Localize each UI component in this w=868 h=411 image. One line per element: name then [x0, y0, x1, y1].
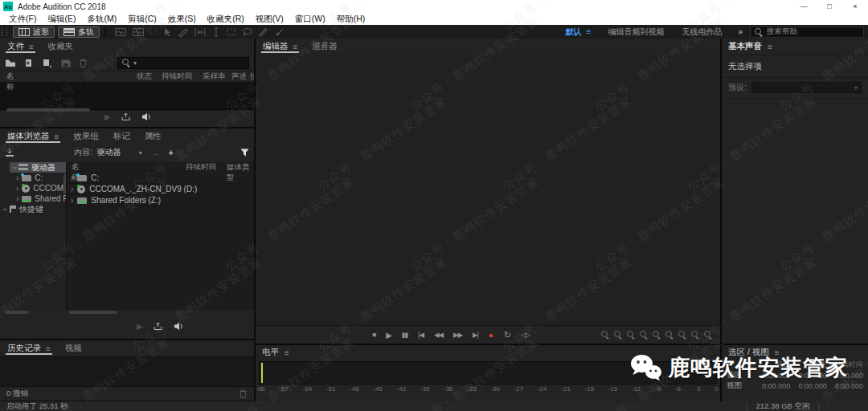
menu-edit[interactable]: 编辑(E) — [42, 14, 81, 25]
open-file-icon[interactable] — [5, 59, 16, 67]
view-end-value[interactable]: 0:00.000 — [790, 382, 826, 390]
menu-file[interactable]: 文件(F) — [3, 14, 42, 25]
spot-healing-brush-tool-icon[interactable] — [274, 27, 285, 37]
view-start-value[interactable]: 0:00.000 — [754, 382, 790, 390]
editor-canvas[interactable] — [256, 55, 720, 326]
expander-icon[interactable]: › — [10, 166, 18, 169]
panel-menu-icon[interactable]: ≡ — [775, 348, 780, 357]
fast-forward-button[interactable]: ▶▶ — [453, 331, 462, 339]
tree-item-drives[interactable]: › 驱动器 — [10, 162, 66, 173]
media-autoplay-icon[interactable] — [153, 322, 163, 331]
tab-favorites[interactable]: 收藏夹 — [41, 39, 81, 55]
menu-window[interactable]: 窗口(W) — [289, 14, 331, 25]
tab-properties[interactable]: 属性 — [137, 128, 169, 144]
menu-help[interactable]: 帮助(H) — [331, 14, 371, 25]
zoom-in-amplitude-button[interactable] — [601, 331, 609, 339]
pause-button[interactable]: ▮▮ — [402, 331, 407, 339]
media-speaker-icon[interactable] — [173, 322, 185, 331]
go-to-start-button[interactable]: |◀ — [418, 331, 424, 339]
panel-menu-icon[interactable]: ≡ — [29, 43, 34, 51]
loop-playback-button[interactable]: ↻ — [504, 330, 510, 340]
workspace-menu-icon[interactable]: ≡ — [587, 27, 592, 36]
tab-effects-rack[interactable]: 效果组 — [66, 128, 106, 144]
media-play-icon[interactable]: ▶ — [137, 322, 143, 331]
tab-files[interactable]: 文件 ≡ — [0, 39, 41, 55]
zoom-in-left-edge-button[interactable] — [665, 331, 674, 339]
list-item-z-drive[interactable]: › Shared Folders (Z:) — [67, 195, 254, 206]
razor-tool-icon[interactable] — [178, 27, 189, 37]
time-selection-tool-icon[interactable] — [211, 27, 221, 37]
expander-icon[interactable]: › — [1, 208, 9, 210]
menu-effects[interactable]: 效果(S) — [162, 14, 202, 25]
spectral-display-icon[interactable] — [114, 27, 127, 37]
close-button[interactable]: × — [842, 0, 868, 13]
record-button[interactable]: ● — [489, 331, 493, 340]
panel-menu-icon[interactable]: ≡ — [55, 132, 59, 141]
expander-icon[interactable]: › — [16, 174, 18, 182]
help-search-input[interactable]: 搜索帮助 — [750, 26, 864, 38]
tab-markers[interactable]: 标记 — [106, 128, 137, 144]
tab-history[interactable]: 历史记录 ≡ — [0, 340, 58, 356]
view-duration-value[interactable]: 0:00.000 — [827, 382, 863, 390]
expander-icon[interactable]: › — [16, 195, 18, 203]
selection-start-value[interactable]: 0:00.000 — [754, 372, 790, 380]
menu-favorites[interactable]: 收藏夹(R) — [202, 14, 250, 25]
waveform-view-button[interactable]: 波形 — [13, 26, 55, 38]
slip-tool-icon[interactable] — [194, 27, 207, 37]
zoom-in-time-button[interactable] — [627, 331, 635, 339]
col-bitdepth[interactable]: 位 — [250, 71, 254, 82]
menu-view[interactable]: 视图(V) — [250, 14, 289, 25]
level-meter[interactable] — [259, 361, 717, 385]
tab-mixer[interactable]: 混音器 — [305, 39, 345, 55]
back-icon[interactable]: ← — [152, 148, 161, 157]
files-search-input[interactable]: ▾ — [117, 57, 249, 69]
tree-item-z-drive[interactable]: › Shared Fo — [0, 193, 66, 204]
zoom-out-amplitude-button[interactable] — [614, 331, 622, 339]
files-h-scrollbar-thumb[interactable] — [6, 108, 90, 112]
workspace-overflow-icon[interactable]: » — [738, 27, 743, 36]
move-tool-icon[interactable] — [162, 27, 173, 37]
zoom-reset-button[interactable] — [653, 331, 661, 339]
expander-icon[interactable]: › — [71, 185, 73, 193]
col-channels[interactable]: 声道 — [231, 71, 247, 82]
add-shortcut-icon[interactable]: + — [169, 149, 174, 157]
paintbrush-selection-tool-icon[interactable] — [258, 27, 269, 37]
zoom-out-time-button[interactable] — [640, 331, 648, 339]
expander-icon[interactable]: › — [71, 197, 73, 205]
selection-end-value[interactable]: 0:00.000 — [790, 372, 826, 380]
col-media-type[interactable]: 媒体类型 — [227, 162, 254, 183]
col-duration[interactable]: 持续时间 — [162, 71, 192, 82]
col-samplerate[interactable]: 采样率 — [203, 71, 226, 82]
menu-clip[interactable]: 剪辑(C) — [122, 14, 162, 25]
tab-media-browser[interactable]: 媒体浏览器 ≡ — [0, 128, 66, 144]
files-speaker-icon[interactable] — [141, 112, 153, 121]
new-file-icon[interactable] — [42, 59, 53, 67]
tree-item-d-drive[interactable]: › CCCOMA — [0, 183, 66, 193]
media-tree-h-scrollbar-thumb[interactable] — [5, 311, 29, 314]
selection-duration-value[interactable]: 0:00.000 — [827, 372, 863, 380]
expander-icon[interactable]: › — [16, 185, 18, 193]
media-v-scrollbar-thumb[interactable] — [63, 173, 66, 194]
trash-icon[interactable] — [79, 59, 88, 67]
minimize-button[interactable]: — — [791, 0, 817, 13]
files-list[interactable] — [0, 82, 254, 110]
files-play-icon[interactable]: ▶ — [104, 112, 111, 121]
files-autoplay-icon[interactable] — [121, 112, 131, 121]
zoom-full-button[interactable] — [704, 331, 712, 339]
list-item-d-drive[interactable]: › CCCOMA_._ZH-CN_DV9 (D:) — [67, 184, 254, 195]
panel-menu-icon[interactable]: ≡ — [293, 43, 298, 51]
waveform-display-icon[interactable] — [132, 27, 145, 37]
workspace-edit-audio-video[interactable]: 编辑音频到视频 — [608, 26, 664, 38]
history-trash-icon[interactable] — [239, 389, 248, 398]
content-dropdown[interactable]: 驱动器 ▾ — [97, 147, 142, 158]
zoom-selection-button[interactable] — [691, 331, 699, 339]
marquee-selection-tool-icon[interactable] — [226, 27, 237, 37]
preset-dropdown[interactable]: ▾ — [751, 82, 862, 93]
workspace-radio-production[interactable]: 无线电作品 — [682, 26, 722, 38]
panel-menu-icon[interactable]: ≡ — [768, 43, 772, 51]
lasso-selection-tool-icon[interactable] — [242, 27, 253, 37]
col-duration[interactable]: 持续时间 — [186, 162, 216, 173]
zoom-in-right-edge-button[interactable] — [678, 331, 686, 339]
skip-selection-button[interactable]: ◁▷ — [521, 331, 530, 339]
rewind-button[interactable]: ◀◀ — [434, 331, 443, 339]
